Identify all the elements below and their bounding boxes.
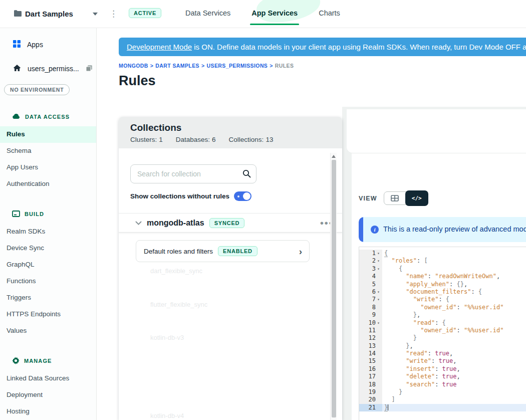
project-name[interactable]: Dart Samples [25, 10, 73, 18]
line-number-text: 2 [372, 257, 376, 265]
json-string: "name" [406, 273, 427, 280]
line-number: 14 [359, 350, 382, 357]
json-punctuation: } [413, 334, 417, 341]
sidebar-sections: DATA ACCESSRulesSchemaApp UsersAuthentic… [0, 112, 96, 420]
development-mode-link[interactable]: Development Mode [127, 43, 192, 51]
collection-search-input[interactable] [130, 164, 256, 183]
json-punctuation [384, 257, 391, 264]
code-view-button[interactable]: </> [405, 190, 428, 206]
environment-badge: NO ENVIRONMENT [4, 84, 70, 95]
collections-scrollbar[interactable] [330, 153, 337, 420]
copy-icon[interactable] [86, 65, 93, 73]
stat-collections-: Collections:13 [229, 136, 274, 143]
current-app-name: users_permiss... [28, 65, 79, 73]
sidebar-item-app-users[interactable]: App Users [0, 159, 96, 176]
sidebar-item-authentication[interactable]: Authentication [0, 176, 96, 192]
fold-caret-icon[interactable]: ▾ [376, 296, 381, 303]
code-line-content: } [382, 404, 526, 411]
line-number: 4 [359, 273, 382, 280]
code-line-content: "read": { [382, 319, 526, 327]
fold-caret-icon[interactable]: ▾ [376, 288, 381, 296]
json-string: "insert" [406, 365, 435, 372]
show-collections-toggle[interactable] [234, 191, 251, 201]
code-line-21: 21} [359, 404, 526, 411]
toggle-label: Show collections without rules [130, 192, 229, 200]
breadcrumb-separator: > [150, 63, 154, 69]
json-code-editor[interactable]: 1▾{2▾ "roles": [3▾ {4 "name": "readOwnWr… [359, 247, 526, 420]
code-line-4: 4 "name": "readOwnWriteOwn", [359, 273, 526, 280]
code-line-content: "apply_when": {}, [382, 281, 526, 288]
collections-title: Collections [130, 122, 342, 133]
json-string: "owner_id" [420, 304, 456, 311]
sidebar-item-https-endpoints[interactable]: HTTPS Endpoints [0, 306, 96, 323]
sidebar-item-schema[interactable]: Schema [0, 143, 96, 159]
json-punctuation: } [399, 388, 402, 395]
tab-app-services[interactable]: App Services [251, 9, 298, 17]
line-number-text: 19 [369, 388, 376, 396]
enabled-badge: ENABLED [218, 246, 257, 256]
stat-value: 1 [159, 136, 163, 143]
breadcrumb-mongodb[interactable]: MONGODB [119, 63, 148, 69]
sidebar-section-manage: MANAGE [0, 356, 96, 365]
nav-tabs: Data ServicesApp ServicesCharts [185, 9, 340, 17]
line-number-text: 4 [372, 273, 376, 280]
sidebar-item-functions[interactable]: Functions [0, 273, 96, 290]
json-punctuation: { [399, 265, 402, 272]
fold-caret-icon[interactable]: ▾ [376, 265, 381, 273]
chevron-down-icon[interactable] [135, 219, 142, 228]
datasource-row[interactable]: mongodb-atlas SYNCED ●●● [119, 213, 342, 233]
sidebar-item-triggers[interactable]: Triggers [0, 290, 96, 306]
code-line-2: 2▾ "roles": [ [359, 257, 526, 265]
json-string: "read" [406, 350, 427, 357]
json-punctuation: : [471, 288, 478, 295]
sidebar-item-deployment[interactable]: Deployment [0, 387, 96, 403]
scrollbar-thumb[interactable] [332, 160, 336, 417]
fold-caret-icon[interactable]: ▾ [376, 257, 381, 265]
sidebar-item-graphql[interactable]: GraphQL [0, 257, 96, 273]
stat-value: 6 [212, 136, 216, 143]
sidebar-item-realm-sdks[interactable]: Realm SDKs [0, 224, 96, 240]
json-punctuation: } [413, 311, 417, 318]
page-title: Rules [119, 73, 156, 89]
project-caret-down-icon[interactable] [93, 13, 98, 16]
code-line-3: 3▾ { [359, 265, 526, 273]
code-line-content: { [382, 250, 526, 257]
app-window: Dart Samples ⋮ ACTIVE Data ServicesApp S… [0, 0, 526, 420]
info-banner-accent-bar [359, 217, 363, 242]
breadcrumb-users-permissions[interactable]: USERS_PERMISSIONS [207, 63, 268, 69]
faded-collection-item: dart_flexible_sync [150, 267, 202, 275]
json-boolean: true [442, 373, 457, 380]
gear-icon [12, 357, 20, 365]
line-number: 15 [359, 357, 382, 365]
sidebar-item-device-sync[interactable]: Device Sync [0, 240, 96, 257]
json-string: "write" [413, 296, 439, 303]
code-line-content: ] [382, 396, 526, 403]
project-kebab-menu-icon[interactable]: ⋮ [109, 8, 118, 20]
line-number-text: 14 [369, 350, 376, 357]
table-view-button[interactable] [384, 191, 406, 205]
default-roles-card[interactable]: Default roles and filters ENABLED › [136, 240, 310, 262]
code-line-content: "read": true, [382, 350, 526, 357]
line-number: 3▾ [359, 265, 382, 273]
json-punctuation: { [446, 296, 449, 303]
sidebar-current-app[interactable]: users_permiss... [0, 62, 96, 75]
sidebar-item-rules[interactable]: Rules [0, 126, 96, 143]
fold-caret-icon[interactable]: ▾ [376, 319, 381, 327]
sidebar-item-linked-data-sources[interactable]: Linked Data Sources [0, 370, 96, 387]
line-number-text: 6 [372, 288, 376, 296]
scrollbar-up-arrow-icon[interactable] [332, 155, 336, 158]
line-number-text: 16 [369, 365, 376, 373]
tab-charts[interactable]: Charts [319, 9, 340, 17]
line-number: 11 [359, 327, 382, 334]
sidebar-item-hosting[interactable]: Hosting [0, 403, 96, 420]
code-line-content: } [382, 334, 526, 342]
code-line-content: "write": { [382, 296, 526, 303]
sidebar-item-apps[interactable]: Apps [0, 38, 96, 51]
breadcrumb-dart-samples[interactable]: DART SAMPLES [155, 63, 199, 69]
code-line-content: }, [382, 311, 526, 319]
code-line-content: "delete": true, [382, 373, 526, 380]
sidebar-item-values[interactable]: Values [0, 323, 96, 339]
code-icon: </> [412, 195, 422, 201]
fold-caret-icon[interactable]: ▾ [376, 250, 381, 257]
tab-data-services[interactable]: Data Services [185, 9, 230, 17]
